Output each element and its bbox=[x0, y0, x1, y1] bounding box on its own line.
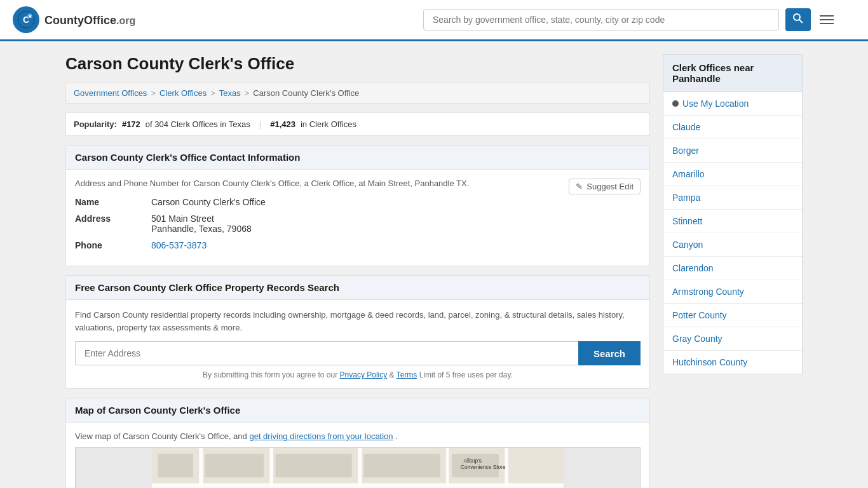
map-section: Map of Carson County Clerk's Office View… bbox=[65, 398, 650, 488]
map-container[interactable]: Allsup's Convenience Store Carson County… bbox=[75, 447, 641, 488]
nearby-item: Claude bbox=[663, 116, 802, 139]
nearby-link-stinnett[interactable]: Stinnett bbox=[663, 210, 802, 233]
address-line1: 501 Main Street bbox=[151, 214, 252, 224]
nearby-item: Amarillo bbox=[663, 163, 802, 186]
nearby-link-clarendon[interactable]: Clarendon bbox=[663, 257, 802, 280]
main-container: Carson County Clerk's Office Government … bbox=[53, 41, 815, 488]
popularity-rank2-num: #1,423 bbox=[270, 119, 295, 129]
name-row: Name Carson County Clerk's Office bbox=[75, 197, 641, 207]
svg-text:★: ★ bbox=[28, 14, 32, 18]
logo-area: C ★ CountyOffice.org bbox=[13, 6, 135, 33]
svg-rect-17 bbox=[276, 454, 352, 477]
breadcrumb-sep-1: > bbox=[151, 88, 156, 98]
breadcrumb-texas[interactable]: Texas bbox=[219, 88, 241, 98]
svg-rect-15 bbox=[158, 454, 194, 477]
use-my-location-link[interactable]: Use My Location bbox=[663, 92, 802, 116]
nearby-item: Stinnett bbox=[663, 210, 802, 233]
popularity-rank1-text: of 304 Clerk Offices in Texas bbox=[146, 119, 250, 129]
nearby-item: Clarendon bbox=[663, 257, 802, 280]
property-section-header: Free Carson County Clerk Office Property… bbox=[66, 276, 649, 300]
svg-rect-10 bbox=[199, 448, 203, 488]
map-section-body: View map of Carson County Clerk's Office… bbox=[66, 423, 649, 488]
property-description: Find Carson County residential property … bbox=[75, 309, 641, 334]
logo-icon: C ★ bbox=[13, 6, 39, 33]
popularity-rank1-num: #172 bbox=[122, 119, 140, 129]
ampersand: & bbox=[390, 370, 397, 379]
popularity-label: Popularity: bbox=[74, 119, 117, 129]
contact-section-body: ✎ Suggest Edit Address and Phone Number … bbox=[66, 170, 649, 266]
svg-line-5 bbox=[799, 20, 803, 23]
nearby-item: Borger bbox=[663, 139, 802, 163]
use-my-location-label: Use My Location bbox=[682, 98, 749, 109]
svg-text:Allsup's: Allsup's bbox=[464, 458, 482, 464]
page-title: Carson County Clerk's Office bbox=[65, 54, 650, 74]
nearby-link-pampa[interactable]: Pampa bbox=[663, 186, 802, 209]
disclaimer-text: By submitting this form you agree to our bbox=[203, 370, 337, 379]
svg-text:Convenience Store: Convenience Store bbox=[461, 464, 506, 470]
phone-value: 806-537-3873 bbox=[151, 240, 207, 250]
limit-text: Limit of 5 free uses per day. bbox=[419, 370, 513, 379]
address-label: Address bbox=[75, 214, 151, 224]
phone-link[interactable]: 806-537-3873 bbox=[151, 240, 207, 250]
nearby-link-claude[interactable]: Claude bbox=[663, 116, 802, 139]
nearby-header: Clerk Offices near Panhandle bbox=[663, 54, 803, 92]
name-label: Name bbox=[75, 197, 151, 207]
contact-info-table: Name Carson County Clerk's Office Addres… bbox=[75, 197, 641, 250]
svg-point-4 bbox=[794, 14, 800, 20]
breadcrumb-sep-3: > bbox=[245, 88, 250, 98]
nearby-list: Use My Location Claude Borger Amarillo P… bbox=[663, 92, 803, 374]
address-search-row: Search bbox=[75, 341, 641, 365]
svg-rect-16 bbox=[205, 454, 264, 477]
address-row: Address 501 Main Street Panhandle, Texas… bbox=[75, 214, 641, 234]
header-search-input[interactable] bbox=[423, 9, 779, 30]
popularity-rank2-text: in Clerk Offices bbox=[301, 119, 356, 129]
name-value: Carson County Clerk's Office bbox=[151, 197, 266, 207]
privacy-policy-link[interactable]: Privacy Policy bbox=[340, 370, 388, 379]
address-line2: Panhandle, Texas, 79068 bbox=[151, 224, 252, 234]
breadcrumb-sep-2: > bbox=[210, 88, 215, 98]
contact-section-header: Carson County Clerk's Office Contact Inf… bbox=[66, 146, 649, 170]
nearby-link-potter-county[interactable]: Potter County bbox=[663, 304, 802, 327]
sidebar: Clerk Offices near Panhandle Use My Loca… bbox=[663, 54, 803, 488]
address-value: 501 Main Street Panhandle, Texas, 79068 bbox=[151, 214, 252, 234]
address-input[interactable] bbox=[75, 341, 578, 365]
nearby-link-canyon[interactable]: Canyon bbox=[663, 233, 802, 256]
suggest-edit-button[interactable]: ✎ Suggest Edit bbox=[569, 179, 641, 194]
form-disclaimer: By submitting this form you agree to our… bbox=[75, 370, 641, 379]
terms-link[interactable]: Terms bbox=[397, 370, 417, 379]
driving-directions-link[interactable]: get driving directions from your locatio… bbox=[249, 431, 393, 441]
map-section-header: Map of Carson County Clerk's Office bbox=[66, 398, 649, 423]
svg-rect-18 bbox=[363, 454, 440, 477]
nearby-link-amarillo[interactable]: Amarillo bbox=[663, 163, 802, 186]
nearby-item: Canyon bbox=[663, 233, 802, 257]
edit-icon: ✎ bbox=[576, 182, 583, 191]
nearby-link-hutchinson-county[interactable]: Hutchinson County bbox=[663, 351, 802, 374]
nearby-item: Armstrong County bbox=[663, 280, 802, 304]
location-dot-icon bbox=[672, 100, 679, 107]
svg-rect-11 bbox=[269, 448, 273, 488]
popularity-divider: | bbox=[259, 119, 261, 129]
breadcrumb-clerk-offices[interactable]: Clerk Offices bbox=[159, 88, 207, 98]
header-search-button[interactable] bbox=[785, 8, 811, 31]
map-description: View map of Carson County Clerk's Office… bbox=[75, 431, 641, 441]
nearby-link-gray-county[interactable]: Gray County bbox=[663, 327, 802, 350]
content-area: Carson County Clerk's Office Government … bbox=[65, 54, 650, 488]
map-period: . bbox=[395, 431, 398, 441]
property-search-button[interactable]: Search bbox=[578, 341, 641, 365]
nearby-item: Potter County bbox=[663, 304, 802, 327]
svg-rect-12 bbox=[358, 448, 362, 488]
menu-button[interactable] bbox=[817, 13, 836, 27]
nearby-link-borger[interactable]: Borger bbox=[663, 139, 802, 162]
phone-row: Phone 806-537-3873 bbox=[75, 240, 641, 250]
breadcrumb-current: Carson County Clerk's Office bbox=[253, 88, 359, 98]
header: C ★ CountyOffice.org bbox=[0, 0, 868, 41]
property-section: Free Carson County Clerk Office Property… bbox=[65, 275, 650, 389]
nearby-item: Hutchinson County bbox=[663, 351, 802, 374]
nearby-link-armstrong-county[interactable]: Armstrong County bbox=[663, 280, 802, 303]
map-desc-text: View map of Carson County Clerk's Office… bbox=[75, 431, 247, 441]
breadcrumb: Government Offices > Clerk Offices > Tex… bbox=[65, 83, 650, 104]
breadcrumb-gov-offices[interactable]: Government Offices bbox=[74, 88, 147, 98]
property-section-body: Find Carson County residential property … bbox=[66, 300, 649, 388]
nearby-item: Pampa bbox=[663, 186, 802, 210]
contact-section: Carson County Clerk's Office Contact Inf… bbox=[65, 145, 650, 266]
